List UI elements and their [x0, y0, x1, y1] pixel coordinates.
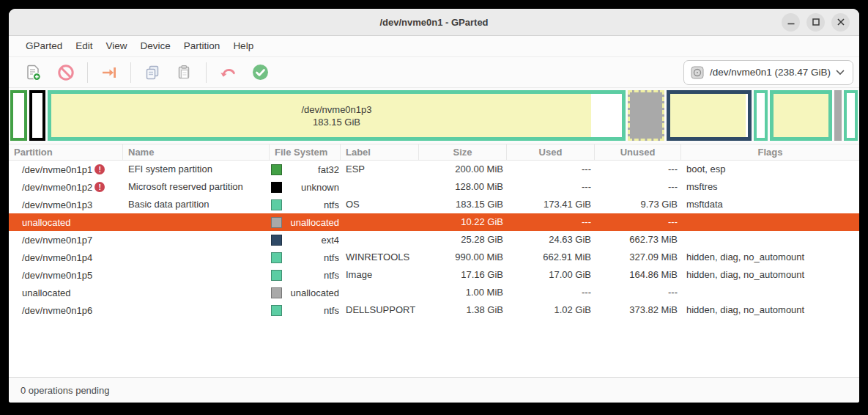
- toolbar: /dev/nvme0n1 (238.47 GiB): [9, 56, 859, 87]
- partition-row-unallocated[interactable]: unallocatedunallocated1.00 MiB------: [9, 284, 859, 301]
- cell-partition: /dev/nvme0n1p5: [9, 266, 123, 284]
- cell-filesystem: unknown: [270, 178, 341, 196]
- toolbar-separator: [87, 62, 88, 83]
- cell-flags: boot, esp: [681, 161, 859, 178]
- cell-label: [341, 178, 419, 196]
- delete-partition-button[interactable]: [50, 60, 82, 85]
- disk-segment-nvme0n1p1[interactable]: [10, 90, 27, 141]
- cell-name: [123, 284, 270, 301]
- filesystem-color-swatch: [271, 305, 282, 316]
- cell-size: 1.00 MiB: [419, 284, 507, 301]
- disk-segment-nvme0n1p7[interactable]: [667, 90, 752, 141]
- column-header-unused[interactable]: Unused: [595, 144, 681, 160]
- cell-flags: hidden, diag, no_automount: [681, 249, 859, 266]
- cell-filesystem: unallocated: [270, 284, 341, 301]
- close-button[interactable]: [831, 13, 850, 32]
- delete-partition-icon: [56, 63, 75, 82]
- cell-filesystem: fat32: [270, 161, 341, 178]
- partition-row-nvme0n1p5[interactable]: /dev/nvme0n1p5ntfsImage17.16 GiB17.00 Gi…: [9, 266, 859, 284]
- minimize-button[interactable]: [782, 13, 800, 32]
- menu-item-gparted[interactable]: GParted: [19, 36, 69, 56]
- cell-used: 17.00 GiB: [507, 266, 595, 284]
- cell-size: 990.00 MiB: [419, 249, 507, 266]
- partition-row-nvme0n1p2[interactable]: /dev/nvme0n1p2!Microsoft reserved partit…: [9, 178, 859, 196]
- cell-size: 17.16 GiB: [419, 266, 507, 284]
- menu-item-edit[interactable]: Edit: [69, 36, 99, 56]
- statusbar: 0 operations pending: [9, 377, 859, 403]
- chevron-down-icon: [836, 70, 845, 76]
- disk-segment-nvme0n1p6[interactable]: [844, 90, 858, 141]
- resize-move-button[interactable]: [93, 60, 125, 85]
- cell-partition: /dev/nvme0n1p4: [9, 249, 123, 266]
- disk-visual-area: /dev/nvme0n1p3183.15 GiB: [9, 87, 859, 144]
- partition-row-nvme0n1p3[interactable]: /dev/nvme0n1p3Basic data partitionntfsOS…: [9, 196, 859, 213]
- cell-size: 128.00 MiB: [419, 178, 507, 196]
- menu-item-partition[interactable]: Partition: [177, 36, 227, 56]
- maximize-icon: [812, 18, 820, 26]
- cell-size: 10.22 GiB: [419, 213, 507, 231]
- device-selector-value: /dev/nvme0n1 (238.47 GiB): [710, 67, 831, 78]
- cell-partition: unallocated: [9, 213, 123, 231]
- filesystem-color-swatch: [271, 164, 282, 175]
- apply-icon: [251, 62, 270, 82]
- apply-button[interactable]: [244, 60, 276, 85]
- partition-row-unallocated[interactable]: unallocatedunallocated10.22 GiB------: [9, 213, 859, 231]
- column-header-partition[interactable]: Partition: [9, 144, 123, 160]
- menu-item-device[interactable]: Device: [134, 36, 177, 56]
- cell-label: OS: [341, 196, 419, 213]
- disk-segment-nvme0n1p4[interactable]: [754, 90, 768, 141]
- filesystem-color-swatch: [271, 199, 282, 210]
- cell-flags: hidden, diag, no_automount: [681, 266, 859, 284]
- minimize-icon: [787, 18, 795, 26]
- cell-size: 183.15 GiB: [419, 196, 507, 213]
- column-header-size[interactable]: Size: [419, 144, 507, 160]
- cell-flags: msftdata: [681, 196, 859, 213]
- used-space-fill: [670, 94, 746, 137]
- disk-segment-nvme0n1p5[interactable]: [770, 90, 832, 141]
- close-icon: [837, 18, 845, 26]
- column-header-label[interactable]: Label: [341, 144, 419, 160]
- cell-name: Basic data partition: [123, 196, 270, 213]
- paste-icon: [175, 63, 194, 82]
- disk-segment-unallocated-2[interactable]: [834, 90, 841, 141]
- new-partition-button[interactable]: [18, 60, 50, 85]
- column-header-used[interactable]: Used: [507, 144, 595, 160]
- disk-drive-icon: [690, 65, 705, 80]
- cell-unused: 9.73 GiB: [595, 196, 681, 213]
- cell-label: [341, 284, 419, 301]
- cell-partition: /dev/nvme0n1p3: [9, 196, 123, 213]
- undo-button[interactable]: [212, 60, 244, 85]
- column-header-flags[interactable]: Flags: [681, 144, 859, 160]
- used-space-fill: [774, 94, 828, 137]
- paste-button[interactable]: [168, 60, 201, 85]
- cell-flags: hidden, diag, no_automount: [681, 301, 859, 319]
- copy-button[interactable]: [136, 60, 168, 85]
- partition-row-nvme0n1p1[interactable]: /dev/nvme0n1p1!EFI system partitionfat32…: [9, 161, 859, 178]
- disk-segment-nvme0n1p3[interactable]: /dev/nvme0n1p3183.15 GiB: [48, 90, 625, 141]
- filesystem-name: unallocated: [282, 287, 339, 298]
- cell-unused: 373.82 MiB: [595, 301, 681, 319]
- partition-row-nvme0n1p7[interactable]: /dev/nvme0n1p7ext425.28 GiB24.63 GiB662.…: [9, 231, 859, 249]
- device-selector[interactable]: /dev/nvme0n1 (238.47 GiB): [683, 60, 853, 85]
- cell-partition: /dev/nvme0n1p7: [9, 231, 123, 249]
- disk-visual-bar: /dev/nvme0n1p3183.15 GiB: [10, 90, 858, 141]
- filesystem-name: unallocated: [282, 217, 339, 228]
- cell-size: 1.38 GiB: [419, 301, 507, 319]
- disk-segment-nvme0n1p2[interactable]: [29, 90, 45, 141]
- column-header-name[interactable]: Name: [123, 144, 270, 160]
- titlebar[interactable]: /dev/nvme0n1 - GParted: [9, 9, 859, 36]
- disk-segment-unallocated-1[interactable]: [628, 90, 664, 141]
- column-header-file-system[interactable]: File System: [270, 144, 341, 160]
- cell-flags: [681, 284, 859, 301]
- filesystem-name: ntfs: [282, 252, 339, 263]
- cell-partition: /dev/nvme0n1p1!: [9, 161, 123, 178]
- cell-flags: [681, 231, 859, 249]
- maximize-button[interactable]: [806, 13, 825, 32]
- menu-item-help[interactable]: Help: [226, 36, 260, 56]
- menu-item-view[interactable]: View: [100, 36, 134, 56]
- cell-used: 662.91 MiB: [507, 249, 595, 266]
- partition-row-nvme0n1p6[interactable]: /dev/nvme0n1p6ntfsDELLSUPPORT1.38 GiB1.0…: [9, 301, 859, 319]
- cell-flags: msftres: [681, 178, 859, 196]
- cell-unused: ---: [595, 161, 681, 178]
- partition-row-nvme0n1p4[interactable]: /dev/nvme0n1p4ntfsWINRETOOLS990.00 MiB66…: [9, 249, 859, 266]
